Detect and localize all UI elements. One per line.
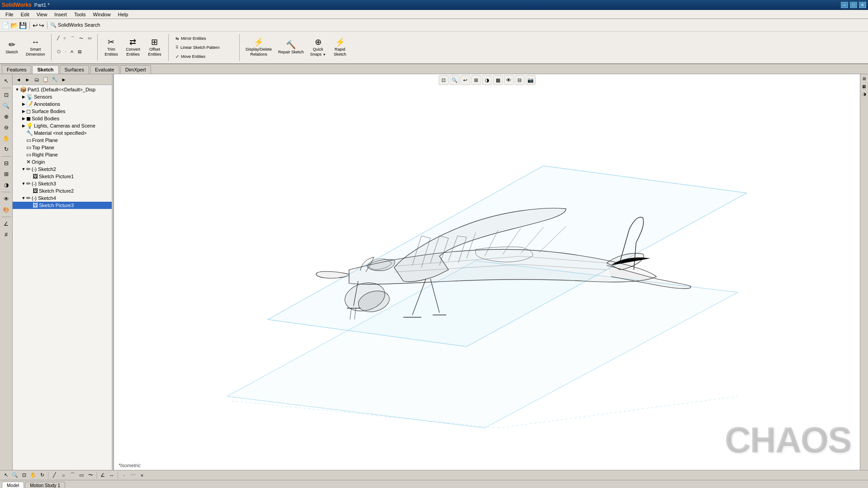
menu-edit[interactable]: Edit [17,11,33,18]
right-tool-3[interactable]: ◑ [861,90,868,98]
hide-show-button[interactable]: 👁 [1,194,11,204]
convert-entities-button[interactable]: ⇄ ConvertEntities [123,33,143,62]
polygon-tool-button[interactable]: ⬡ [55,48,62,61]
menu-file[interactable]: File [2,11,17,18]
bt-add-relation[interactable]: ∠ [99,471,107,479]
sketch-relations-button[interactable]: ∠ [1,219,11,229]
tree-item-lights[interactable]: ▶ 💡 Lights, Cameras and Scene [13,122,112,129]
view-orientation-button[interactable]: ⊞ [1,169,11,179]
zoom-out-button[interactable]: ⊖ [1,123,11,133]
tree-item-sensors[interactable]: ▶ 📡 Sensors [13,93,112,100]
trim-entities-button[interactable]: ✂ TrimEntities [101,33,121,62]
quick-snaps-button[interactable]: ⊕ QuickSnaps ▼ [308,33,328,62]
plane-tool-button[interactable]: ▤ [76,48,84,61]
bt-circle[interactable]: ○ [59,471,67,479]
bt-pan[interactable]: ✋ [29,471,37,479]
camera-button[interactable]: 📷 [526,75,536,85]
rapid-sketch-button[interactable]: ⚡ RapidSketch [330,33,350,62]
menu-view[interactable]: View [33,11,51,18]
sidebar-icon2[interactable]: 📋 [42,76,50,84]
prev-view-button[interactable]: ↩ [460,75,470,85]
standard-views-button[interactable]: ⊞ [471,75,481,85]
close-button[interactable]: ✕ [859,2,866,8]
bt-line[interactable]: ╱ [50,471,58,479]
section-view-button2[interactable]: ⊟ [515,75,525,85]
save-icon[interactable]: 💾 [19,22,27,29]
bt-arc[interactable]: ⌒ [68,471,76,479]
sketch-grid-button[interactable]: # [1,230,11,240]
undo-icon[interactable]: ↩ [33,22,38,29]
zoom-area-button[interactable]: 🔍 [1,101,11,111]
sidebar-back-button[interactable]: ◄ [14,76,23,84]
rotate-button[interactable]: ↻ [1,144,11,154]
tab-surfaces[interactable]: Surfaces [60,65,89,74]
display-style-view-button[interactable]: ▦ [493,75,503,85]
sidebar-icon3[interactable]: 🔧 [51,76,59,84]
offset-entities-button[interactable]: ⊞ OffsetEntities [145,33,165,62]
tree-item-sketch2[interactable]: ▼ ✏ (-) Sketch2 [13,166,112,173]
sidebar-forward-button[interactable]: ► [24,76,32,84]
line-tool-button[interactable]: ╱ [55,34,61,47]
pan-button[interactable]: ✋ [1,133,11,143]
bt-construction[interactable]: ⋯ [129,471,137,479]
text-tool-button[interactable]: A [69,48,75,61]
canvas-area[interactable]: ⊡ 🔍 ↩ ⊞ ◑ ▦ 👁 ⊟ 📷 [114,74,860,470]
tree-item-sketch-picture1[interactable]: 🖼 Sketch Picture1 [13,173,112,180]
bt-close[interactable]: × [138,471,146,479]
tree-item-surface-bodies[interactable]: ▶ ◻ Surface Bodies [13,108,112,115]
sidebar-expand-button[interactable]: ► [60,76,68,84]
tree-item-sketch3[interactable]: ▼ ✏ (-) Sketch3 [13,180,112,187]
search-icon[interactable]: 🔍 SolidWorks Search [50,22,100,28]
bt-zoom[interactable]: 🔍 [11,471,19,479]
tab-model[interactable]: Model [2,482,24,488]
right-tool-2[interactable]: ▦ [861,83,868,90]
expand-part1[interactable]: ▼ [14,87,20,92]
tree-item-front-plane[interactable]: ▭ Front Plane [13,137,112,144]
tree-item-annotations[interactable]: ▶ 📝 Annotations [13,100,112,108]
tree-item-sketch-picture2[interactable]: 🖼 Sketch Picture2 [13,187,112,194]
tab-evaluate[interactable]: Evaluate [90,65,119,74]
tree-item-origin[interactable]: ✕ Origin [13,158,112,166]
tree-item-material[interactable]: 🔧 Material <not specified> [13,129,112,137]
mirror-entities-button[interactable]: ⇋ Mirror Entities [172,34,236,43]
point-tool-button[interactable]: · [63,48,68,61]
move-entities-button[interactable]: ⤢ Move Entities [172,52,236,61]
zoom-select-button[interactable]: 🔍 [450,75,460,85]
smart-dimension-button[interactable]: ↔ SmartDimension [24,33,47,62]
menu-insert[interactable]: Insert [51,11,71,18]
bt-select[interactable]: ↖ [2,471,10,479]
rect-tool-button[interactable]: ▭ [86,34,94,47]
display-delete-relations-button[interactable]: ⚡ Display/DeleteRelations [243,33,274,62]
bt-rect[interactable]: ▭ [77,471,85,479]
linear-pattern-button[interactable]: ⠿ Linear Sketch Pattern [172,43,236,52]
sidebar-icon1[interactable]: 🗂 [33,76,41,84]
view-selector-button[interactable]: ◑ [482,75,492,85]
repair-sketch-button[interactable]: 🔨 Repair Sketch [276,33,306,62]
tree-item-top-plane[interactable]: ▭ Top Plane [13,144,112,151]
zoom-in-button[interactable]: ⊕ [1,112,11,122]
maximize-button[interactable]: □ [850,2,857,8]
tab-dimxpert[interactable]: DimXpert [120,65,151,74]
hide-show-view-button[interactable]: 👁 [504,75,514,85]
bt-spline[interactable]: 〜 [86,471,95,479]
menu-help[interactable]: Help [114,11,132,18]
tree-item-right-plane[interactable]: ▭ Right Plane [13,151,112,158]
zoom-fit-view-button[interactable]: ⊡ [439,75,449,85]
new-icon[interactable]: 📄 [2,22,9,29]
display-style-button[interactable]: ◑ [1,180,11,190]
menu-window[interactable]: Window [90,11,114,18]
select-tool-button[interactable]: ↖ [1,76,11,86]
tree-item-part1[interactable]: ▼ 📦 Part1 (Default<<Default>_Disp [13,86,112,93]
redo-icon[interactable]: ↪ [39,22,44,29]
tree-item-sketch4[interactable]: ▼ ✏ (-) Sketch4 [13,194,112,202]
right-tool-1[interactable]: ⊞ [861,75,868,82]
zoom-fit-button[interactable]: ⊡ [1,90,11,100]
bt-smart-dim[interactable]: ↔ [108,471,116,479]
appearance-button[interactable]: 🎨 [1,205,11,215]
bt-point[interactable]: · [120,471,128,479]
spline-tool-button[interactable]: 〜 [77,34,85,47]
section-view-button[interactable]: ⊟ [1,158,11,168]
bt-rotate[interactable]: ↻ [38,471,46,479]
tab-features[interactable]: Features [2,65,31,74]
circle-tool-button[interactable]: ○ [62,34,68,47]
